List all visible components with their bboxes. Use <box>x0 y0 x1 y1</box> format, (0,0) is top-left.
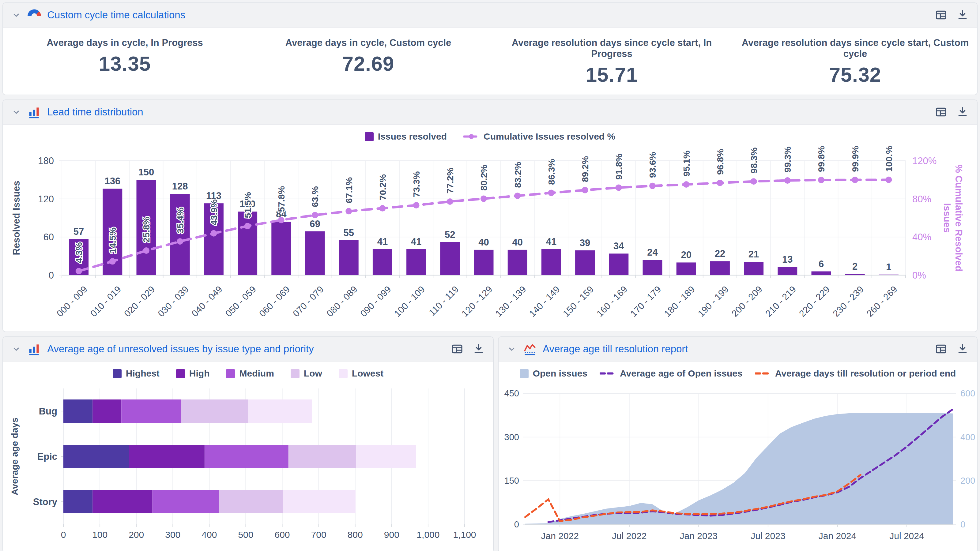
legend-item[interactable]: High <box>176 368 210 379</box>
legend-item[interactable]: Medium <box>226 368 274 379</box>
svg-text:21: 21 <box>748 249 759 260</box>
pareto-line-point[interactable] <box>345 208 352 214</box>
resolution-area-chart[interactable]: Jan 2022Jul 2022Jan 2023Jul 2023Jan 2024… <box>499 381 978 549</box>
pareto-bar[interactable] <box>845 274 865 275</box>
stacked-bar-segment[interactable] <box>153 490 219 513</box>
collapse-chevron-icon[interactable] <box>11 344 21 354</box>
collapse-chevron-icon[interactable] <box>11 107 21 117</box>
table-view-button[interactable] <box>935 106 948 119</box>
pareto-bar[interactable] <box>406 249 426 275</box>
pareto-line-point[interactable] <box>683 181 689 187</box>
panel-title[interactable]: Average age of unresolved issues by issu… <box>47 343 314 355</box>
pareto-bar[interactable] <box>339 240 359 275</box>
legend-item[interactable]: Issues resolved <box>365 131 447 142</box>
pareto-line-point[interactable] <box>548 190 554 196</box>
pareto-bar[interactable] <box>710 261 730 275</box>
stacked-bar-segment[interactable] <box>121 400 181 423</box>
pareto-bar[interactable] <box>170 194 190 275</box>
panel-title[interactable]: Average age till resolution report <box>542 343 688 355</box>
pareto-line-point[interactable] <box>852 176 858 183</box>
pareto-bar[interactable] <box>778 267 797 275</box>
stacked-bar-segment[interactable] <box>248 400 312 423</box>
lead-time-pareto-chart[interactable]: 00%6040%12080%180120%Resolved Issues% Cu… <box>4 144 978 329</box>
pareto-line-point[interactable] <box>784 177 791 184</box>
pareto-line-point[interactable] <box>751 178 757 184</box>
table-view-button[interactable] <box>935 343 948 356</box>
table-view-button[interactable] <box>935 9 948 21</box>
pareto-line-point[interactable] <box>379 205 385 211</box>
legend-item[interactable]: Low <box>291 368 322 379</box>
pareto-line-point[interactable] <box>649 183 656 189</box>
pareto-bar[interactable] <box>271 222 291 275</box>
bar-chart-icon <box>27 342 41 356</box>
legend-item[interactable]: Cumulative Issues resolved % <box>463 131 615 142</box>
pareto-line-point[interactable] <box>278 217 285 223</box>
pareto-bar[interactable] <box>508 250 527 275</box>
stacked-bar-segment[interactable] <box>64 400 92 423</box>
pareto-line-point[interactable] <box>885 176 892 183</box>
table-view-button[interactable] <box>451 343 464 356</box>
export-download-button[interactable] <box>956 9 969 21</box>
collapse-chevron-icon[interactable] <box>506 344 517 354</box>
svg-text:22: 22 <box>715 248 725 259</box>
pareto-line-point[interactable] <box>210 230 217 237</box>
legend-item[interactable]: Open issues <box>520 368 587 379</box>
pareto-line-point[interactable] <box>413 202 420 208</box>
stacked-bar-segment[interactable] <box>92 400 121 423</box>
svg-text:39: 39 <box>580 238 590 248</box>
stacked-bar-segment[interactable] <box>283 490 356 513</box>
stacked-bar-segment[interactable] <box>219 490 283 513</box>
pareto-bar[interactable] <box>811 272 831 275</box>
gauge-icon <box>27 8 41 22</box>
pareto-line-point[interactable] <box>76 268 82 274</box>
average-age-stacked-chart[interactable]: 01002003004005006007008009001,0001,100Av… <box>4 381 491 549</box>
pareto-bar[interactable] <box>676 262 696 275</box>
legend-item[interactable]: Average days till resolution or period e… <box>755 368 956 379</box>
legend-item[interactable]: Lowest <box>339 368 383 379</box>
stacked-bar-segment[interactable] <box>356 445 416 468</box>
table-icon <box>935 343 947 355</box>
panel-title[interactable]: Lead time distribution <box>47 106 143 118</box>
stacked-bar-segment[interactable] <box>129 445 205 468</box>
panel-title[interactable]: Custom cycle time calculations <box>47 9 185 21</box>
pareto-bar[interactable] <box>474 250 494 275</box>
pareto-line-point[interactable] <box>818 176 824 183</box>
pareto-bar[interactable] <box>744 262 764 275</box>
pareto-line-point[interactable] <box>177 238 183 245</box>
legend-item[interactable]: Highest <box>113 368 159 379</box>
collapse-chevron-icon[interactable] <box>11 10 21 20</box>
svg-text:160 - 169: 160 - 169 <box>595 284 629 319</box>
pareto-bar[interactable] <box>541 249 561 275</box>
pareto-line-point[interactable] <box>480 195 487 202</box>
pareto-bar[interactable] <box>440 242 460 275</box>
pareto-line-point[interactable] <box>143 247 150 254</box>
pareto-line-point[interactable] <box>244 223 251 229</box>
export-download-button[interactable] <box>956 343 969 356</box>
stacked-bar-segment[interactable] <box>64 490 92 513</box>
export-download-button[interactable] <box>472 343 485 356</box>
pareto-line-point[interactable] <box>717 180 723 186</box>
export-download-button[interactable] <box>956 106 969 119</box>
legend-item[interactable]: Average age of Open issues <box>600 368 743 379</box>
pareto-line-point[interactable] <box>582 187 588 193</box>
pareto-line-point[interactable] <box>447 198 453 205</box>
pareto-line-point[interactable] <box>616 184 622 191</box>
pareto-bar[interactable] <box>575 250 595 275</box>
pareto-bar[interactable] <box>238 211 257 275</box>
stacked-bar-segment[interactable] <box>288 445 356 468</box>
pareto-bar[interactable] <box>373 249 392 275</box>
pareto-bar[interactable] <box>305 232 325 275</box>
pareto-line-point[interactable] <box>109 258 116 265</box>
pareto-bar[interactable] <box>643 260 662 275</box>
pareto-line-point[interactable] <box>514 192 520 199</box>
stacked-bar-segment[interactable] <box>64 445 129 468</box>
pareto-line-point[interactable] <box>312 212 318 218</box>
stacked-bar-segment[interactable] <box>92 490 152 513</box>
open-issues-area[interactable] <box>525 413 953 524</box>
stacked-bar-segment[interactable] <box>181 400 248 423</box>
svg-text:170 - 179: 170 - 179 <box>628 284 663 319</box>
svg-text:Jul 2022: Jul 2022 <box>612 531 646 541</box>
pareto-bar[interactable] <box>879 275 899 275</box>
stacked-bar-segment[interactable] <box>205 445 288 468</box>
pareto-bar[interactable] <box>609 254 628 275</box>
